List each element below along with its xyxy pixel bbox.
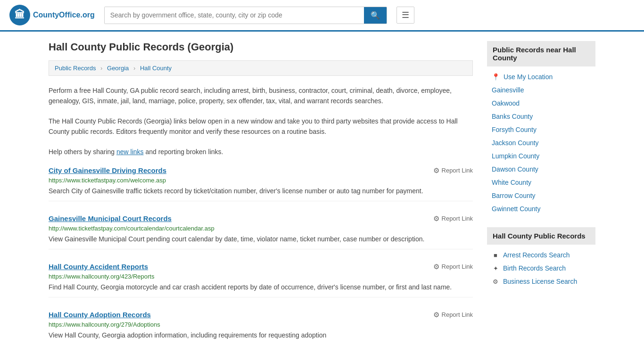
sidebar-records-section: Hall County Public Records ■ Arrest Reco…: [487, 227, 595, 288]
sidebar-item-birth-records[interactable]: ✦ Birth Records Search: [487, 262, 595, 275]
record-header: Hall County Adoption Records ⚙ Report Li…: [49, 311, 473, 319]
report-icon: ⚙: [433, 214, 439, 223]
sidebar-item-business-license[interactable]: ⚙ Business License Search: [487, 275, 595, 288]
nearby-link[interactable]: Forsyth County: [492, 126, 537, 133]
logo-text: CountyOffice.org: [33, 11, 95, 19]
nearby-link[interactable]: Banks County: [492, 113, 533, 120]
nearby-link[interactable]: Gwinnett County: [492, 205, 541, 213]
nearby-link[interactable]: Jackson County: [492, 139, 539, 147]
report-label: Report Link: [442, 263, 473, 270]
sidebar-item-gainesville[interactable]: Gainesville: [487, 83, 595, 97]
sidebar-item-barrow-county[interactable]: Barrow County: [487, 189, 595, 202]
nearby-link[interactable]: Oakwood: [492, 99, 520, 107]
sidebar-item-arrest-records[interactable]: ■ Arrest Records Search: [487, 248, 595, 262]
report-label: Report Link: [442, 167, 473, 174]
report-icon: ⚙: [433, 263, 439, 271]
business-icon: ⚙: [492, 278, 499, 285]
nearby-link[interactable]: Barrow County: [492, 192, 536, 199]
report-link-btn[interactable]: ⚙ Report Link: [433, 263, 473, 271]
breadcrumb-link-georgia[interactable]: Georgia: [107, 65, 129, 72]
logo-tld: .org: [80, 11, 94, 19]
record-desc: View Gainesville Municipal Court pending…: [49, 234, 473, 244]
sidebar-item-dawson-county[interactable]: Dawson County: [487, 163, 595, 176]
breadcrumb-sep-1: ›: [100, 65, 102, 72]
business-license-link[interactable]: Business License Search: [503, 278, 577, 285]
record-url: http://www.ticketfastpay.com/courtcalend…: [49, 225, 473, 232]
desc3-prefix: Help others by sharing: [49, 148, 116, 156]
sidebar-item-forsyth-county[interactable]: Forsyth County: [487, 123, 595, 136]
record-url: https://www.hallcounty.org/423/Reports: [49, 273, 473, 280]
description-2: The Hall County Public Records (Georgia)…: [49, 116, 473, 137]
description-1: Perform a free Hall County, GA public re…: [49, 85, 473, 107]
report-link-btn[interactable]: ⚙ Report Link: [433, 311, 473, 319]
report-label: Report Link: [442, 215, 473, 222]
sidebar: Public Records near Hall County 📍 Use My…: [487, 41, 595, 358]
record-title-link[interactable]: Hall County Adoption Records: [49, 311, 151, 319]
logo-icon: 🏛: [9, 5, 30, 25]
main-content: Hall County Public Records (Georgia) Pub…: [49, 41, 473, 358]
record-item: Gainesville Municipal Court Records ⚙ Re…: [49, 214, 473, 249]
sidebar-item-gwinnett-county[interactable]: Gwinnett County: [487, 202, 595, 215]
record-header: Gainesville Municipal Court Records ⚙ Re…: [49, 214, 473, 223]
use-location-link[interactable]: Use My Location: [504, 73, 553, 81]
record-url: https://www.hallcounty.org/279/Adoptions: [49, 321, 473, 328]
arrest-records-link[interactable]: Arrest Records Search: [503, 251, 570, 259]
nearby-link[interactable]: Gainesville: [492, 86, 524, 94]
record-header: City of Gainesville Driving Records ⚙ Re…: [49, 166, 473, 175]
record-item: City of Gainesville Driving Records ⚙ Re…: [49, 166, 473, 201]
record-desc: Search City of Gainesville traffic ticke…: [49, 186, 473, 196]
records-list: City of Gainesville Driving Records ⚙ Re…: [49, 166, 473, 345]
record-desc: Find Hall County, Georgia motorcycle and…: [49, 282, 473, 292]
site-header: 🏛 CountyOffice.org 🔍 ☰: [0, 0, 644, 32]
breadcrumb-link-hall-county[interactable]: Hall County: [140, 65, 172, 72]
record-title-link[interactable]: Hall County Accident Reports: [49, 263, 148, 271]
sidebar-item-jackson-county[interactable]: Jackson County: [487, 136, 595, 149]
page-container: Hall County Public Records (Georgia) Pub…: [39, 32, 605, 362]
menu-button[interactable]: ☰: [396, 7, 414, 24]
record-item: Hall County Accident Reports ⚙ Report Li…: [49, 263, 473, 297]
record-desc: View Hall County, Georgia adoption infor…: [49, 330, 473, 340]
description-3: Help others by sharing new links and rep…: [49, 147, 473, 157]
sidebar-nearby-section: Public Records near Hall County 📍 Use My…: [487, 41, 595, 215]
sidebar-nearby-title: Public Records near Hall County: [487, 41, 595, 66]
page-title: Hall County Public Records (Georgia): [49, 41, 473, 53]
nearby-link[interactable]: Lumpkin County: [492, 152, 539, 160]
record-url: https://www.ticketfastpay.com/welcome.as…: [49, 177, 473, 184]
birth-records-link[interactable]: Birth Records Search: [503, 264, 566, 272]
report-icon: ⚙: [433, 166, 439, 175]
sidebar-item-lumpkin-county[interactable]: Lumpkin County: [487, 149, 595, 163]
birth-icon: ✦: [492, 265, 499, 272]
sidebar-records-title: Hall County Public Records: [487, 227, 595, 245]
sidebar-item-white-county[interactable]: White County: [487, 176, 595, 189]
record-header: Hall County Accident Reports ⚙ Report Li…: [49, 263, 473, 271]
arrest-icon: ■: [492, 252, 499, 259]
record-title-link[interactable]: Gainesville Municipal Court Records: [49, 214, 172, 222]
new-links-link[interactable]: new links: [116, 148, 144, 156]
logo-name: CountyOffice: [33, 11, 80, 19]
desc3-suffix: and reporting broken links.: [144, 148, 223, 156]
nearby-link[interactable]: White County: [492, 179, 531, 186]
location-icon: 📍: [492, 73, 500, 81]
report-icon: ⚙: [433, 311, 439, 319]
breadcrumb-sep-2: ›: [133, 65, 135, 72]
sidebar-item-use-location[interactable]: 📍 Use My Location: [487, 70, 595, 83]
breadcrumb: Public Records › Georgia › Hall County: [49, 60, 473, 76]
record-item: Hall County Adoption Records ⚙ Report Li…: [49, 311, 473, 345]
search-button[interactable]: 🔍: [364, 7, 387, 24]
report-link-btn[interactable]: ⚙ Report Link: [433, 166, 473, 175]
breadcrumb-link-public-records[interactable]: Public Records: [55, 65, 96, 72]
report-link-btn[interactable]: ⚙ Report Link: [433, 214, 473, 223]
search-input[interactable]: [105, 7, 364, 24]
sidebar-item-banks-county[interactable]: Banks County: [487, 110, 595, 123]
nearby-link[interactable]: Dawson County: [492, 165, 538, 173]
search-bar: 🔍: [104, 7, 387, 24]
report-label: Report Link: [442, 311, 473, 318]
sidebar-item-oakwood[interactable]: Oakwood: [487, 97, 595, 110]
record-title-link[interactable]: City of Gainesville Driving Records: [49, 166, 166, 174]
site-logo[interactable]: 🏛 CountyOffice.org: [9, 5, 95, 25]
